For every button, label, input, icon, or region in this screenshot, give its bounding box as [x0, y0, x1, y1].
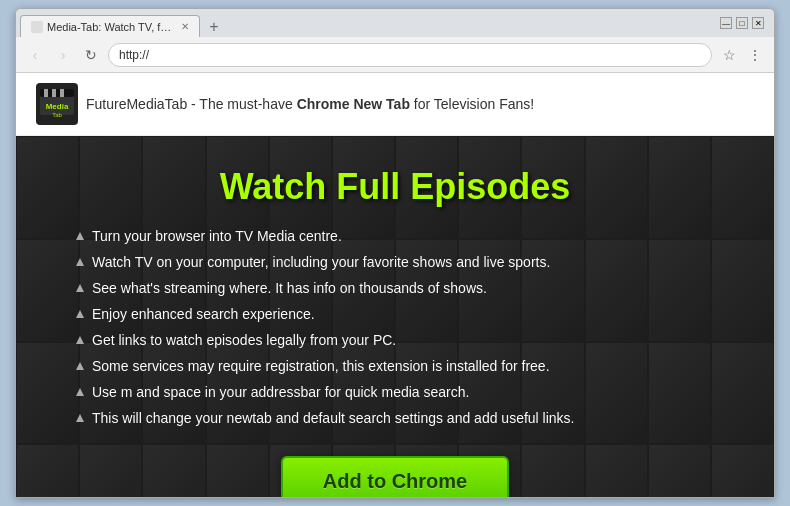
bullet-icon: [76, 336, 84, 344]
bullet-icon: [76, 310, 84, 318]
bullet-icon: [76, 284, 84, 292]
minimize-button[interactable]: —: [720, 17, 732, 29]
tab-title: Media-Tab: Watch TV, fo...: [47, 21, 173, 33]
forward-button[interactable]: ›: [52, 44, 74, 66]
list-item: See what's streaming where. It has info …: [76, 280, 734, 296]
maximize-button[interactable]: □: [736, 17, 748, 29]
svg-rect-5: [60, 89, 64, 97]
bullet-icon: [76, 388, 84, 396]
svg-text:Media: Media: [46, 102, 69, 111]
svg-text:Tab: Tab: [52, 112, 62, 118]
movie-tile: [16, 239, 79, 342]
bullet-icon: [76, 258, 84, 266]
feature-list: Turn your browser into TV Media centre.W…: [76, 228, 734, 426]
bullet-icon: [76, 362, 84, 370]
bullet-icon: [76, 232, 84, 240]
address-bar[interactable]: http://: [108, 43, 712, 67]
list-item: Enjoy enhanced search experience.: [76, 306, 734, 322]
new-tab-button[interactable]: +: [204, 17, 224, 37]
movie-tile: [16, 342, 79, 445]
list-item-text: Turn your browser into TV Media centre.: [92, 228, 342, 244]
list-item: This will change your newtab and default…: [76, 410, 734, 426]
tab-close-icon[interactable]: ✕: [181, 21, 189, 32]
header-tagline: FutureMediaTab - The must-have Chrome Ne…: [86, 96, 534, 112]
close-button[interactable]: ✕: [752, 17, 764, 29]
list-item: Turn your browser into TV Media centre.: [76, 228, 734, 244]
browser-window: Media-Tab: Watch TV, fo... ✕ + — □ ✕ ‹ ›…: [15, 8, 775, 498]
site-header: Media Tab FutureMediaTab - The must-have…: [16, 73, 774, 136]
reload-button[interactable]: ↻: [80, 44, 102, 66]
window-controls: — □ ✕: [720, 17, 770, 29]
list-item-text: Watch TV on your computer, including you…: [92, 254, 550, 270]
logo-area: Media Tab FutureMediaTab - The must-have…: [36, 83, 534, 125]
add-to-chrome-button[interactable]: Add to Chrome: [281, 456, 509, 497]
list-item: Some services may require registration, …: [76, 358, 734, 374]
bullet-icon: [76, 414, 84, 422]
back-button[interactable]: ‹: [24, 44, 46, 66]
list-item: Use m and space in your addressbar for q…: [76, 384, 734, 400]
active-tab[interactable]: Media-Tab: Watch TV, fo... ✕: [20, 15, 200, 37]
toolbar: ‹ › ↻ http:// ☆ ⋮: [16, 37, 774, 73]
list-item: Get links to watch episodes legally from…: [76, 332, 734, 348]
list-item: Watch TV on your computer, including you…: [76, 254, 734, 270]
menu-button[interactable]: ⋮: [744, 44, 766, 66]
list-item-text: Enjoy enhanced search experience.: [92, 306, 315, 322]
tab-strip: Media-Tab: Watch TV, fo... ✕ +: [20, 9, 720, 37]
tab-favicon: [31, 21, 43, 33]
list-item-text: Use m and space in your addressbar for q…: [92, 384, 469, 400]
svg-rect-4: [52, 89, 56, 97]
page-content: Media Tab FutureMediaTab - The must-have…: [16, 73, 774, 497]
list-item-text: Some services may require registration, …: [92, 358, 550, 374]
cta-container: Add to Chrome: [56, 456, 734, 497]
hero-section: rigrom Watch Full Episodes Turn your bro…: [16, 136, 774, 497]
logo-icon: Media Tab: [36, 83, 78, 125]
bookmark-button[interactable]: ☆: [718, 44, 740, 66]
title-bar: Media-Tab: Watch TV, fo... ✕ + — □ ✕: [16, 9, 774, 37]
list-item-text: Get links to watch episodes legally from…: [92, 332, 396, 348]
address-text: http://: [119, 48, 149, 62]
list-item-text: This will change your newtab and default…: [92, 410, 575, 426]
toolbar-right: ☆ ⋮: [718, 44, 766, 66]
hero-title: Watch Full Episodes: [56, 166, 734, 208]
svg-rect-3: [44, 89, 48, 97]
list-item-text: See what's streaming where. It has info …: [92, 280, 487, 296]
